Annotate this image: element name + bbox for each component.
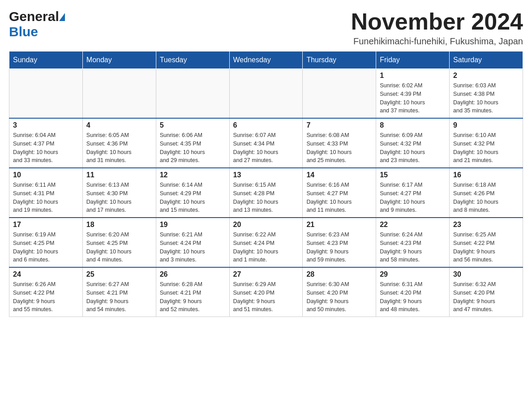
calendar-cell: 28Sunrise: 6:30 AMSunset: 4:20 PMDayligh… — [303, 267, 376, 317]
day-info: Sunrise: 6:13 AMSunset: 4:30 PMDaylight:… — [86, 181, 152, 214]
logo-general-text: General — [9, 9, 59, 24]
calendar-cell: 10Sunrise: 6:11 AMSunset: 4:31 PMDayligh… — [9, 168, 83, 218]
day-number: 21 — [306, 221, 372, 229]
day-info: Sunrise: 6:10 AMSunset: 4:32 PMDaylight:… — [453, 131, 519, 165]
day-number: 28 — [306, 270, 372, 278]
title-section: November 2024 Funehikimachi-funehiki, Fu… — [351, 9, 523, 47]
day-number: 14 — [306, 171, 372, 179]
calendar-cell: 17Sunrise: 6:19 AMSunset: 4:25 PMDayligh… — [9, 218, 83, 267]
day-number: 24 — [13, 270, 79, 278]
logo: General Blue — [9, 9, 65, 39]
calendar-cell: 27Sunrise: 6:29 AMSunset: 4:20 PMDayligh… — [229, 267, 303, 317]
day-number: 19 — [160, 221, 226, 229]
calendar-table: Sunday Monday Tuesday Wednesday Thursday… — [9, 51, 523, 317]
calendar-header: Sunday Monday Tuesday Wednesday Thursday… — [9, 51, 523, 69]
day-number: 10 — [13, 171, 79, 179]
day-info: Sunrise: 6:15 AMSunset: 4:28 PMDaylight:… — [233, 181, 299, 214]
day-info: Sunrise: 6:28 AMSunset: 4:21 PMDaylight:… — [160, 280, 226, 314]
header-thursday: Thursday — [303, 51, 376, 69]
day-info: Sunrise: 6:20 AMSunset: 4:25 PMDaylight:… — [86, 231, 152, 264]
calendar-cell: 8Sunrise: 6:09 AMSunset: 4:32 PMDaylight… — [376, 118, 450, 168]
day-info: Sunrise: 6:21 AMSunset: 4:24 PMDaylight:… — [160, 231, 226, 264]
calendar-cell: 7Sunrise: 6:08 AMSunset: 4:33 PMDaylight… — [303, 118, 376, 168]
calendar-cell: 22Sunrise: 6:24 AMSunset: 4:23 PMDayligh… — [376, 218, 450, 267]
header-monday: Monday — [82, 51, 156, 69]
calendar-cell: 14Sunrise: 6:16 AMSunset: 4:27 PMDayligh… — [303, 168, 376, 218]
header-tuesday: Tuesday — [156, 51, 229, 69]
calendar-cell — [82, 69, 156, 119]
day-number: 8 — [380, 121, 446, 129]
day-number: 25 — [86, 270, 152, 278]
logo-blue-text: Blue — [9, 24, 38, 39]
calendar-cell: 18Sunrise: 6:20 AMSunset: 4:25 PMDayligh… — [82, 218, 156, 267]
day-info: Sunrise: 6:19 AMSunset: 4:25 PMDaylight:… — [13, 231, 79, 264]
calendar-cell: 25Sunrise: 6:27 AMSunset: 4:21 PMDayligh… — [82, 267, 156, 317]
day-number: 2 — [453, 72, 519, 80]
day-number: 1 — [380, 72, 446, 80]
day-number: 20 — [233, 221, 299, 229]
day-info: Sunrise: 6:06 AMSunset: 4:35 PMDaylight:… — [160, 131, 226, 165]
day-number: 3 — [13, 121, 79, 129]
header-saturday: Saturday — [450, 51, 523, 69]
day-number: 5 — [160, 121, 226, 129]
calendar-cell: 9Sunrise: 6:10 AMSunset: 4:32 PMDaylight… — [450, 118, 523, 168]
day-number: 7 — [306, 121, 372, 129]
calendar-cell — [9, 69, 83, 119]
calendar-cell: 6Sunrise: 6:07 AMSunset: 4:34 PMDaylight… — [229, 118, 303, 168]
calendar-cell: 1Sunrise: 6:02 AMSunset: 4:39 PMDaylight… — [376, 69, 450, 119]
day-number: 22 — [380, 221, 446, 229]
day-info: Sunrise: 6:09 AMSunset: 4:32 PMDaylight:… — [380, 131, 446, 165]
location-text: Funehikimachi-funehiki, Fukushima, Japan — [351, 36, 523, 47]
calendar-cell — [229, 69, 303, 119]
day-info: Sunrise: 6:31 AMSunset: 4:20 PMDaylight:… — [380, 280, 446, 314]
day-info: Sunrise: 6:29 AMSunset: 4:20 PMDaylight:… — [233, 280, 299, 314]
day-info: Sunrise: 6:16 AMSunset: 4:27 PMDaylight:… — [306, 181, 372, 214]
day-info: Sunrise: 6:08 AMSunset: 4:33 PMDaylight:… — [306, 131, 372, 165]
calendar-cell: 19Sunrise: 6:21 AMSunset: 4:24 PMDayligh… — [156, 218, 229, 267]
day-info: Sunrise: 6:14 AMSunset: 4:29 PMDaylight:… — [160, 181, 226, 214]
day-info: Sunrise: 6:05 AMSunset: 4:36 PMDaylight:… — [86, 131, 152, 165]
day-number: 12 — [160, 171, 226, 179]
day-info: Sunrise: 6:23 AMSunset: 4:23 PMDaylight:… — [306, 231, 372, 264]
calendar-cell: 3Sunrise: 6:04 AMSunset: 4:37 PMDaylight… — [9, 118, 83, 168]
header-row: Sunday Monday Tuesday Wednesday Thursday… — [9, 51, 523, 69]
calendar-body: 1Sunrise: 6:02 AMSunset: 4:39 PMDaylight… — [9, 69, 523, 317]
day-info: Sunrise: 6:32 AMSunset: 4:20 PMDaylight:… — [453, 280, 519, 314]
calendar-cell: 26Sunrise: 6:28 AMSunset: 4:21 PMDayligh… — [156, 267, 229, 317]
calendar-cell: 12Sunrise: 6:14 AMSunset: 4:29 PMDayligh… — [156, 168, 229, 218]
day-info: Sunrise: 6:30 AMSunset: 4:20 PMDaylight:… — [306, 280, 372, 314]
header-friday: Friday — [376, 51, 450, 69]
day-number: 30 — [453, 270, 519, 278]
calendar-cell: 11Sunrise: 6:13 AMSunset: 4:30 PMDayligh… — [82, 168, 156, 218]
day-info: Sunrise: 6:07 AMSunset: 4:34 PMDaylight:… — [233, 131, 299, 165]
day-info: Sunrise: 6:24 AMSunset: 4:23 PMDaylight:… — [380, 231, 446, 264]
day-number: 18 — [86, 221, 152, 229]
day-number: 23 — [453, 221, 519, 229]
day-number: 13 — [233, 171, 299, 179]
day-number: 27 — [233, 270, 299, 278]
calendar-cell: 30Sunrise: 6:32 AMSunset: 4:20 PMDayligh… — [450, 267, 523, 317]
header-sunday: Sunday — [9, 51, 83, 69]
calendar-cell: 24Sunrise: 6:26 AMSunset: 4:22 PMDayligh… — [9, 267, 83, 317]
calendar-cell: 29Sunrise: 6:31 AMSunset: 4:20 PMDayligh… — [376, 267, 450, 317]
day-info: Sunrise: 6:04 AMSunset: 4:37 PMDaylight:… — [13, 131, 79, 165]
day-number: 16 — [453, 171, 519, 179]
day-number: 17 — [13, 221, 79, 229]
calendar-cell: 5Sunrise: 6:06 AMSunset: 4:35 PMDaylight… — [156, 118, 229, 168]
day-info: Sunrise: 6:11 AMSunset: 4:31 PMDaylight:… — [13, 181, 79, 214]
day-number: 29 — [380, 270, 446, 278]
month-title: November 2024 — [351, 9, 523, 34]
page-header: General Blue November 2024 Funehikimachi… — [9, 9, 523, 47]
day-info: Sunrise: 6:22 AMSunset: 4:24 PMDaylight:… — [233, 231, 299, 264]
day-number: 15 — [380, 171, 446, 179]
day-number: 4 — [86, 121, 152, 129]
calendar-cell: 15Sunrise: 6:17 AMSunset: 4:27 PMDayligh… — [376, 168, 450, 218]
logo-arrow-icon — [59, 13, 65, 21]
header-wednesday: Wednesday — [229, 51, 303, 69]
day-number: 11 — [86, 171, 152, 179]
day-info: Sunrise: 6:26 AMSunset: 4:22 PMDaylight:… — [13, 280, 79, 314]
calendar-cell — [303, 69, 376, 119]
calendar-cell: 20Sunrise: 6:22 AMSunset: 4:24 PMDayligh… — [229, 218, 303, 267]
day-info: Sunrise: 6:25 AMSunset: 4:22 PMDaylight:… — [453, 231, 519, 264]
calendar-cell: 13Sunrise: 6:15 AMSunset: 4:28 PMDayligh… — [229, 168, 303, 218]
